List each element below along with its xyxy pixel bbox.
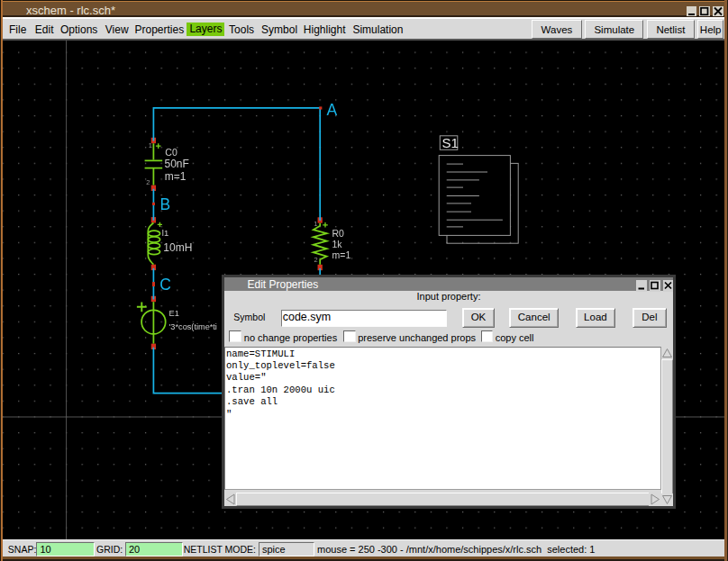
svg-text:m=1: m=1	[165, 170, 187, 183]
svg-text:C0: C0	[165, 147, 177, 158]
svg-text:50nF: 50nF	[165, 158, 189, 170]
svg-text:C: C	[159, 276, 171, 294]
svg-text:1: 1	[149, 141, 152, 149]
svg-text:1k: 1k	[332, 239, 343, 249]
svg-text:2: 2	[314, 256, 317, 264]
svg-text:2: 2	[146, 178, 150, 186]
svg-text:E1: E1	[169, 309, 179, 318]
svg-text:l1: l1	[162, 228, 168, 238]
svg-text:10mH: 10mH	[163, 241, 192, 254]
svg-text:R0: R0	[332, 228, 345, 239]
svg-text:S1: S1	[442, 135, 459, 150]
svg-text:m=1: m=1	[332, 249, 351, 260]
svg-text:'3*cos(time*ti: '3*cos(time*ti	[169, 322, 217, 331]
svg-text:A: A	[326, 101, 337, 119]
svg-text:1: 1	[314, 220, 317, 228]
svg-text:B: B	[159, 195, 170, 213]
